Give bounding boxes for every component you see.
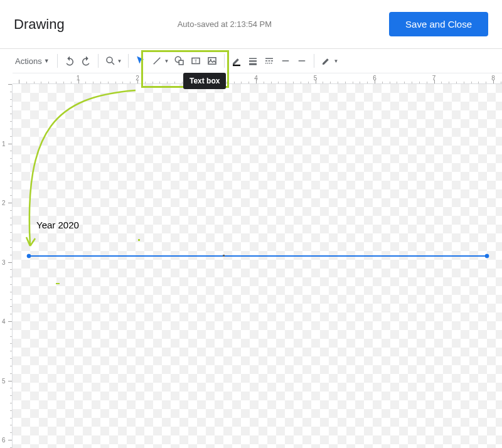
select-tool-button[interactable] <box>132 53 149 69</box>
caret-down-icon[interactable]: ▼ <box>164 58 169 64</box>
shape-icon <box>174 55 185 67</box>
toolbar-divider <box>98 54 99 68</box>
line-tool-button[interactable] <box>149 53 165 69</box>
ruler-v-label: 2 <box>2 200 6 206</box>
ruler-v-label: 4 <box>2 318 6 325</box>
toolbar-divider <box>57 54 58 68</box>
zoom-icon <box>105 55 116 67</box>
ruler-v-label: 1 <box>2 140 6 147</box>
canvas-text-year[interactable]: Year 2020 <box>36 220 79 230</box>
save-and-close-button[interactable]: Save and Close <box>389 12 488 36</box>
caret-down-icon[interactable]: ▼ <box>117 58 122 64</box>
image-icon <box>206 55 218 67</box>
toolbar-divider <box>224 54 225 68</box>
horizontal-ruler: 12345678 <box>13 73 502 84</box>
border-weight-icon <box>247 55 259 67</box>
line-start-icon <box>280 55 291 67</box>
caret-down-icon: ▼ <box>44 58 50 64</box>
image-tool-button[interactable] <box>204 53 220 69</box>
svg-rect-7 <box>208 58 216 65</box>
undo-button[interactable] <box>61 53 78 69</box>
svg-rect-4 <box>179 60 184 65</box>
svg-line-1 <box>112 62 114 65</box>
vertical-ruler: 123456 <box>0 84 13 448</box>
line-handle-left[interactable] <box>27 254 31 259</box>
pencil-icon <box>231 55 242 67</box>
svg-rect-11 <box>249 60 257 61</box>
annotation-mark <box>56 283 60 284</box>
border-dash-icon <box>264 55 275 67</box>
zoom-button[interactable] <box>102 53 119 69</box>
select-icon <box>135 55 146 67</box>
toolbar-divider <box>128 54 129 68</box>
toolbar: Actions ▼ ▼ ▼ T <box>0 49 502 73</box>
actions-label: Actions <box>15 56 42 66</box>
svg-rect-10 <box>249 58 257 60</box>
ruler-v-label: 5 <box>2 377 6 384</box>
svg-rect-9 <box>233 65 240 66</box>
format-paint-icon <box>321 55 332 67</box>
annotation-arrow <box>13 84 502 448</box>
undo-icon <box>64 55 75 67</box>
actions-menu-button[interactable]: Actions ▼ <box>11 53 53 69</box>
tooltip-textbox: Text box <box>183 73 226 89</box>
svg-rect-12 <box>249 63 257 65</box>
dialog-title: Drawing <box>14 16 65 33</box>
border-dash-button[interactable] <box>261 53 277 69</box>
format-options-button[interactable] <box>318 53 334 69</box>
line-midpoint[interactable] <box>223 255 225 257</box>
dialog-header: Drawing Auto-saved at 2:13:54 PM Save an… <box>0 0 502 49</box>
textbox-tool-button[interactable]: T <box>188 53 204 69</box>
line-icon <box>151 55 163 67</box>
border-weight-button[interactable] <box>245 53 261 69</box>
line-end-button[interactable] <box>294 53 310 69</box>
autosave-status: Auto-saved at 2:13:54 PM <box>178 19 389 29</box>
redo-icon <box>80 55 92 67</box>
ruler-v-label: 3 <box>2 259 6 265</box>
toolbar-divider <box>314 54 314 68</box>
shape-tool-button[interactable] <box>171 53 188 69</box>
line-start-button[interactable] <box>277 53 294 69</box>
redo-button[interactable] <box>78 53 94 69</box>
svg-text:T: T <box>195 58 198 64</box>
border-color-button[interactable] <box>228 53 245 69</box>
ruler-v-label: 6 <box>2 437 6 444</box>
drawing-canvas[interactable]: Year 2020 <box>13 84 502 448</box>
line-handle-right[interactable] <box>485 254 489 259</box>
svg-line-2 <box>154 58 161 65</box>
textbox-icon: T <box>190 55 201 67</box>
svg-point-8 <box>210 59 211 60</box>
annotation-mark <box>138 239 140 241</box>
canvas-line-shape[interactable] <box>29 255 487 257</box>
caret-down-icon[interactable]: ▼ <box>333 58 338 64</box>
line-end-icon <box>296 55 307 67</box>
svg-point-0 <box>107 57 112 63</box>
